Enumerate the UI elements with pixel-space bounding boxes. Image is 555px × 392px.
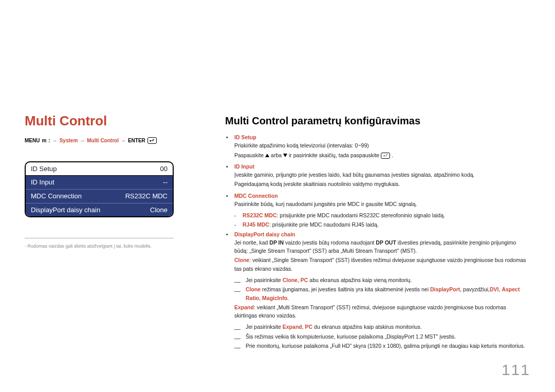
item-id-input: • ID Input Įveskite gaminio, prijungto p…	[225, 162, 530, 190]
hl-pc: PC	[301, 277, 308, 283]
osd-row-id-input[interactable]: ID Input --	[26, 176, 173, 189]
term-rs232c: RS232C MDC	[243, 212, 277, 218]
text: du ekranus atpažins kaip atskirus monito…	[312, 324, 421, 330]
osd-value: 00	[160, 165, 168, 173]
text: vaizdo įvestis būtų rodoma naudojant	[284, 239, 376, 246]
text: arba	[271, 152, 283, 158]
text: Expand: veikiant „Multi Stream Transport…	[234, 303, 530, 320]
osd-row-id-setup[interactable]: ID Setup 00	[26, 162, 173, 176]
menu-m: m	[42, 138, 46, 143]
note-expand-1: Jei pasirinksite Expand, PC du ekranus a…	[234, 323, 530, 331]
note-clone-1: Jei pasirinksite Clone, PC abu ekranus a…	[234, 276, 530, 284]
term-displayport-daisy: DisplayPort daisy chain	[234, 230, 530, 238]
text: Paspauskite	[234, 152, 265, 158]
menu-multi-control: Multi Control	[87, 138, 119, 143]
hl-magicinfo: MagicInfo	[262, 295, 287, 301]
hl-expand: Expand	[283, 324, 302, 330]
enter-icon	[381, 153, 390, 159]
definitions: • ID Setup Priskirkite atpažinimo kodą t…	[225, 133, 530, 350]
term-id-setup: ID Setup	[234, 133, 530, 141]
arrow-icon: →	[52, 138, 58, 143]
text: : prisijunkite prie MDC naudodami RJ45 l…	[269, 221, 379, 228]
term-clone: Clone	[234, 257, 249, 263]
bullet-icon: •	[225, 230, 234, 274]
item-id-setup: • ID Setup Priskirkite atpažinimo kodą t…	[225, 133, 530, 160]
text: Prie monitorių, kuriuose palaikoma „Full…	[246, 342, 530, 350]
text: .	[287, 295, 289, 301]
osd-row-displayport-daisy[interactable]: DisplayPort daisy chain Clone	[26, 203, 173, 216]
subheading: Multi Control parametrų konfigūravimas	[225, 115, 530, 127]
osd-menu: ID Setup 00 ID Input -- MDC Connection R…	[25, 161, 174, 217]
item-expand: • Expand: veikiant „Multi Stream Transpo…	[225, 303, 530, 321]
dash-icon	[234, 285, 246, 302]
menu-path: MENU m : → System → Multi Control → ENTE…	[25, 137, 210, 144]
hl-dvi: DVI	[490, 286, 499, 292]
osd-value: RS232C MDC	[125, 192, 168, 200]
sub-item-rs232c: - RS232C MDC: prisijunkite prie MDC naud…	[234, 211, 530, 219]
page-number: 111	[502, 361, 530, 379]
bullet-icon: •	[225, 133, 234, 160]
text: Jei norite, kad DP IN vaizdo įvestis būt…	[234, 238, 530, 255]
text: režimas įjungiamas, jei įvesties šaltini…	[261, 286, 430, 292]
footnote: - Rodomas vaizdas gali skirtis atsižvelg…	[25, 244, 210, 249]
bold-dp-out: DP OUT	[376, 239, 396, 246]
hl-displayport: DisplayPort	[430, 286, 460, 292]
text: Jei pasirinksite	[246, 277, 283, 283]
menu-system: System	[60, 138, 78, 143]
dash-icon: -	[234, 211, 243, 219]
text: : veikiant „Multi Stream Transport" (SST…	[234, 304, 506, 319]
enter-icon	[147, 137, 157, 144]
text: Priskirkite atpažinimo kodą televizoriui…	[234, 141, 530, 150]
menu-sep: :	[48, 138, 50, 143]
text: Clone: veikiant „Single Stream Transport…	[234, 256, 530, 273]
arrow-icon: →	[121, 138, 126, 143]
text: Įveskite gaminio, prijungto prie įvestie…	[234, 171, 530, 179]
osd-value: --	[163, 178, 168, 186]
osd-label: DisplayPort daisy chain	[31, 206, 100, 214]
text: Šis režimas veikia tik kompiuteriuose, k…	[246, 332, 530, 341]
hl-pc: PC	[305, 324, 313, 330]
up-triangle-icon	[265, 154, 269, 157]
note-expand-2: Šis režimas veikia tik kompiuteriuose, k…	[234, 332, 530, 341]
text: .	[392, 152, 393, 158]
menu-label: MENU	[25, 138, 40, 143]
sub-item-rj45: - RJ45 MDC: prisijunkite prie MDC naudod…	[234, 220, 530, 229]
osd-label: ID Input	[31, 178, 54, 186]
text: : prisijunkite prie MDC naudodami RS232C…	[277, 212, 445, 218]
text: Paspauskite arba ir pasirinkite skaičių,…	[234, 151, 530, 159]
down-triangle-icon	[283, 154, 287, 157]
text: Pasirinkite būdą, kurį naudodami jungsit…	[234, 200, 530, 208]
note-clone-2: Clone režimas įjungiamas, jei įvesties š…	[234, 285, 530, 302]
osd-label: MDC Connection	[31, 192, 82, 200]
text: : veikiant „Single Stream Transport" (SS…	[234, 257, 526, 271]
text: abu ekranus atpažins kaip vieną monitori…	[308, 277, 412, 283]
divider	[25, 238, 174, 238]
term-rj45: RJ45 MDC	[243, 221, 269, 228]
hl-clone: Clone	[246, 286, 261, 292]
hl-clone: Clone	[283, 277, 298, 283]
bold-dp-in: DP IN	[269, 239, 284, 246]
item-displayport-daisy: • DisplayPort daisy chain Jei norite, ka…	[225, 230, 530, 274]
menu-enter: ENTER	[128, 138, 145, 143]
item-mdc-connection: • MDC Connection Pasirinkite būdą, kurį …	[225, 192, 530, 210]
bullet-icon: •	[225, 162, 234, 190]
text: Pageidaujamą kodą įveskite skaitiniais n…	[234, 180, 530, 188]
osd-label: ID Setup	[31, 165, 57, 173]
text: ir pasirinkite skaičių, tada paspauskite	[289, 152, 381, 158]
bullet-icon: •	[225, 192, 234, 210]
term-mdc-connection: MDC Connection	[234, 192, 530, 200]
term-id-input: ID Input	[234, 162, 530, 171]
dash-icon	[234, 342, 246, 350]
osd-value: Clone	[150, 206, 168, 214]
term-expand: Expand	[234, 304, 254, 310]
dash-icon	[234, 276, 246, 284]
dash-icon	[234, 323, 246, 331]
section-title: Multi Control	[25, 113, 210, 129]
osd-row-mdc-connection[interactable]: MDC Connection RS232C MDC	[26, 189, 173, 203]
note-expand-3: Prie monitorių, kuriuose palaikoma „Full…	[234, 342, 530, 350]
dash-icon: -	[234, 220, 243, 229]
dash-icon	[234, 332, 246, 341]
arrow-icon: →	[80, 138, 85, 143]
text: Jei pasirinksite	[246, 324, 283, 330]
text: , pavyzdžiui,	[460, 286, 490, 292]
